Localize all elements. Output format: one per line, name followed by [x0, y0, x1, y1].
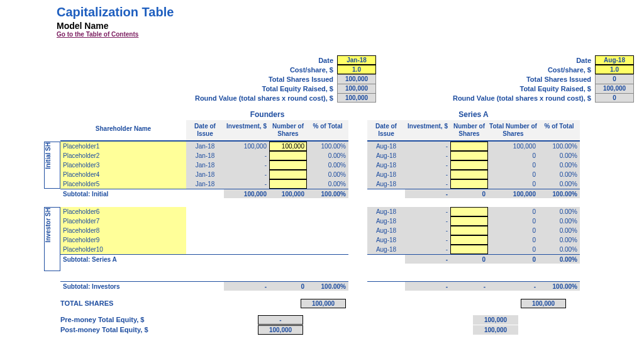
subtotal-cell: 0.00% — [538, 254, 580, 264]
table-cell: 0.00% — [307, 170, 348, 179]
table-cell[interactable] — [269, 170, 307, 179]
table-cell: 0.00% — [538, 226, 580, 235]
table-cell: - — [405, 235, 450, 245]
col-inv-a: Investment, $ — [405, 120, 450, 142]
shareholder-name[interactable]: Placeholder6 — [60, 207, 186, 216]
col-pct-a: % of Total — [538, 120, 580, 142]
table-cell: 100.00% — [307, 142, 348, 151]
label-date: Date — [187, 57, 337, 64]
shareholder-name[interactable]: Placeholder9 — [60, 235, 186, 245]
table-cell: - — [405, 216, 450, 226]
pre-money-founders: - — [258, 315, 303, 325]
table-cell: 0 — [488, 160, 538, 170]
founders-date[interactable]: Jan-18 — [337, 55, 376, 65]
table-cell[interactable] — [450, 216, 488, 226]
table-cell: 0.00% — [538, 160, 580, 170]
subtotal-cell: 100.00% — [538, 189, 580, 198]
seriesa-roundval: 0 — [595, 93, 634, 103]
founders-cost[interactable]: 1.0 — [337, 65, 376, 74]
pre-money-label: Pre-money Total Equity, $ — [60, 316, 186, 323]
pre-money-seriesa: 100,000 — [473, 315, 518, 325]
table-cell: 0.00% — [538, 179, 580, 189]
label-shares-a: Total Shares Issued — [395, 75, 595, 83]
subtotal-cell: 0 — [450, 189, 488, 198]
table-cell: Aug-18 — [367, 226, 405, 235]
table-cell: 0 — [488, 245, 538, 254]
table-cell[interactable] — [450, 226, 488, 235]
table-cell[interactable] — [269, 160, 307, 170]
table-cell: Aug-18 — [367, 235, 405, 245]
table-cell: 0.00% — [307, 151, 348, 160]
table-cell[interactable] — [450, 245, 488, 254]
table-cell: - — [224, 170, 269, 179]
table-cell: 0.00% — [538, 235, 580, 245]
table-cell: - — [405, 170, 450, 179]
table-cell[interactable] — [450, 170, 488, 179]
table-cell[interactable] — [269, 179, 307, 189]
table-cell: Aug-18 — [367, 160, 405, 170]
table-cell: 0 — [488, 151, 538, 160]
table-cell[interactable] — [450, 207, 488, 216]
shareholder-name[interactable]: Placeholder2 — [60, 151, 186, 160]
shareholder-name[interactable]: Placeholder3 — [60, 160, 186, 170]
col-tnshares-a: Total Number of Shares — [488, 120, 538, 142]
table-cell[interactable] — [450, 160, 488, 170]
subtotal-investors-label: Subtotal: Investors — [60, 281, 186, 291]
shareholder-name[interactable]: Placeholder10 — [60, 245, 186, 254]
table-cell: - — [405, 151, 450, 160]
seriesa-section-title: Series A — [367, 109, 580, 120]
shareholder-name[interactable]: Placeholder4 — [60, 170, 186, 179]
table-cell: Jan-18 — [186, 142, 224, 151]
founders-section-title: Founders — [186, 109, 348, 120]
table-cell: 0.00% — [538, 216, 580, 226]
table-cell: 0 — [488, 207, 538, 216]
cap-table-grid: Founders Series A Shareholder Name Date … — [44, 109, 638, 291]
post-money-label: Post-money Total Equity, $ — [60, 326, 186, 333]
subtotal-cell: - — [405, 189, 450, 198]
table-cell[interactable] — [450, 179, 488, 189]
subtotal-cell: 100,000 — [269, 189, 307, 198]
seriesa-shares: 0 — [595, 74, 634, 84]
seriesa-equity: 100,000 — [595, 84, 634, 93]
table-cell: - — [224, 179, 269, 189]
table-cell: Aug-18 — [367, 151, 405, 160]
shareholder-name[interactable]: Placeholder8 — [60, 226, 186, 235]
shareholder-name[interactable]: Placeholder5 — [60, 179, 186, 189]
seriesa-date[interactable]: Aug-18 — [595, 55, 634, 65]
label-shares: Total Shares Issued — [187, 75, 337, 83]
table-cell: 0.00% — [538, 245, 580, 254]
seriesa-cost[interactable]: 1.0 — [595, 65, 634, 74]
founders-shares: 100,000 — [337, 74, 376, 84]
table-cell[interactable]: 100,000 — [269, 142, 307, 151]
shareholder-name[interactable]: Placeholder1 — [60, 142, 186, 151]
table-cell: 0 — [488, 179, 538, 189]
col-pct-f: % of Total — [307, 120, 348, 142]
label-cost: Cost/share, $ — [187, 66, 337, 74]
table-cell[interactable] — [450, 235, 488, 245]
vlabel-initial: Initial SH — [45, 142, 52, 169]
label-date-a: Date — [395, 57, 595, 64]
table-cell: 100.00% — [538, 142, 580, 151]
page-title: Capitalization Table — [57, 5, 638, 20]
subtotal-initial-label: Subtotal: Initial — [60, 189, 186, 198]
shareholder-name[interactable]: Placeholder7 — [60, 216, 186, 226]
table-cell: - — [405, 226, 450, 235]
subtotal-seriesa-label: Subtotal: Series A — [60, 254, 186, 264]
vlabel-investor: Investor SH — [45, 208, 52, 243]
table-cell: Aug-18 — [367, 216, 405, 226]
table-cell[interactable] — [450, 142, 488, 151]
table-cell: 100,000 — [488, 142, 538, 151]
table-cell: 0 — [488, 170, 538, 179]
subtotal-cell: - — [224, 281, 269, 291]
founders-roundval: 100,000 — [337, 93, 376, 103]
label-roundval: Round Value (total shares x round cost),… — [187, 94, 337, 102]
toc-link[interactable]: Go to the Table of Contents — [57, 31, 638, 38]
subtotal-cell: 100,000 — [488, 189, 538, 198]
table-cell[interactable] — [450, 151, 488, 160]
model-name: Model Name — [57, 21, 638, 31]
subtotal-cell: - — [405, 254, 450, 264]
subtotal-cell: 0 — [450, 254, 488, 264]
table-cell: 0 — [488, 216, 538, 226]
table-cell[interactable] — [269, 151, 307, 160]
col-nshares-a: Number of Shares — [450, 120, 488, 142]
